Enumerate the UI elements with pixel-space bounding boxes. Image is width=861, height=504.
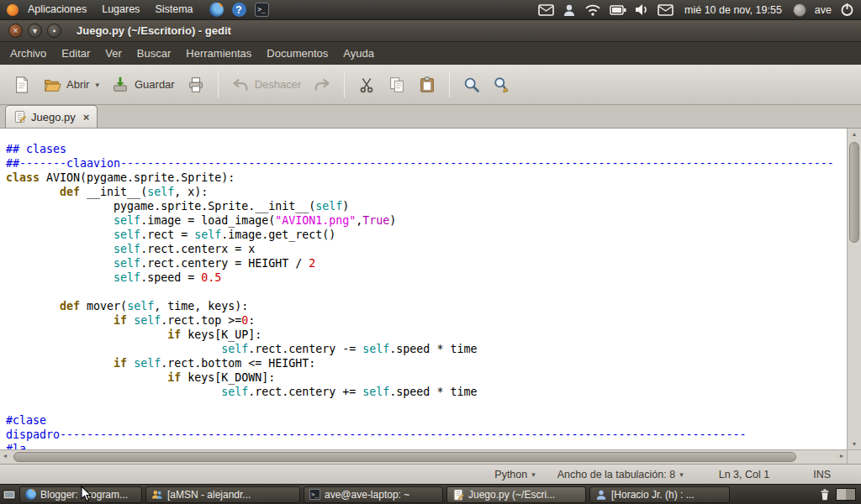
scroll-right-icon[interactable]: ▸: [840, 452, 843, 459]
horizontal-scrollbar-thumb[interactable]: [13, 452, 796, 462]
taskbar-item-amsn[interactable]: [aMSN - alejandr...: [145, 486, 300, 503]
username[interactable]: ave: [815, 4, 832, 16]
battery-icon[interactable]: [610, 5, 626, 15]
amsn-icon: [151, 489, 163, 501]
clock[interactable]: mié 10 de nov, 19:55: [682, 4, 784, 16]
toolbar: Abrir ▾ Guardar Deshacer: [0, 65, 861, 105]
cursor-position: Ln 3, Col 1: [719, 469, 769, 480]
trash-icon[interactable]: [819, 488, 831, 501]
volume-icon[interactable]: [635, 3, 649, 16]
taskbar-item-terminal[interactable]: >_ ave@ave-laptop: ~: [304, 486, 443, 503]
scroll-up-icon[interactable]: ▴: [848, 130, 861, 138]
workspace-switcher[interactable]: [836, 488, 856, 501]
indicator-area: mié 10 de nov, 19:55 ave: [538, 0, 861, 19]
workspace-1[interactable]: [837, 489, 846, 500]
code-line: [6, 399, 847, 413]
redo-button[interactable]: [307, 71, 337, 98]
user-status-icon[interactable]: [563, 3, 576, 17]
code-line: self.speed = 0.5: [6, 270, 847, 285]
taskbar-item-horacio[interactable]: [Horacio Jr. (h) : ...: [589, 486, 730, 503]
messages-icon[interactable]: [658, 4, 673, 16]
menu-buscar[interactable]: Buscar: [129, 42, 178, 65]
show-desktop-icon[interactable]: [3, 488, 16, 501]
window-minimize-button[interactable]: ▾: [28, 24, 42, 38]
code-line: self.rect.centery -= self.speed * time: [6, 342, 847, 356]
code-line: self.rect.centerx = x: [6, 242, 847, 256]
code-line: self.rect.centery = HEIGHT / 2: [6, 256, 847, 270]
menubar: Archivo Editar Ver Buscar Herramientas D…: [0, 42, 861, 65]
code-line: #la: [6, 442, 847, 449]
code-area[interactable]: ## clases##-------claavion--------------…: [0, 129, 847, 449]
titlebar[interactable]: × ▾ ▪ Juego.py (~/Escritorio) - gedit: [0, 20, 861, 42]
print-button[interactable]: [181, 71, 211, 98]
chevron-down-icon: ▾: [679, 470, 684, 479]
undo-button[interactable]: Deshacer: [225, 71, 308, 98]
menu-documentos[interactable]: Documentos: [259, 42, 335, 65]
taskbar-item-gedit[interactable]: Juego.py (~/Escri...: [446, 486, 586, 503]
firefox-launcher-icon[interactable]: [209, 3, 224, 17]
menu-herramientas[interactable]: Herramientas: [178, 42, 259, 65]
code-line: dispadro--------------------------------…: [6, 428, 847, 442]
menu-aplicaciones[interactable]: Aplicaciones: [20, 0, 94, 19]
scroll-down-icon[interactable]: ▾: [848, 440, 861, 448]
firefox-icon: [25, 489, 36, 500]
horizontal-scrollbar[interactable]: ◂ ▸: [0, 449, 847, 464]
editor: ## clases##-------claavion--------------…: [0, 129, 861, 464]
tab-width-selector[interactable]: Ancho de la tabulación: 8 ▾: [552, 467, 689, 482]
redo-icon: [313, 76, 331, 94]
menu-editar[interactable]: Editar: [54, 42, 98, 65]
vertical-scrollbar-thumb[interactable]: [849, 142, 859, 243]
code-line: ##-------claavion-----------------------…: [6, 156, 847, 171]
new-document-button[interactable]: [7, 71, 37, 98]
top-panel: Aplicaciones Lugares Sistema ? >_: [0, 0, 861, 20]
code-line: ## clases: [6, 142, 847, 156]
wifi-icon[interactable]: [584, 3, 601, 16]
scroll-left-icon[interactable]: ◂: [3, 452, 7, 459]
code-line: if keys[K_DOWN]:: [6, 370, 847, 385]
vertical-scrollbar[interactable]: ▴ ▾: [847, 129, 861, 449]
screen: Aplicaciones Lugares Sistema ? >_: [0, 0, 861, 504]
language-selector[interactable]: Python ▾: [489, 467, 540, 482]
save-button[interactable]: Guardar: [105, 71, 181, 98]
terminal-launcher-icon[interactable]: >_: [255, 3, 269, 17]
open-dropdown-arrow-icon[interactable]: ▾: [95, 81, 99, 89]
undo-button-label: Deshacer: [255, 78, 302, 91]
cut-button[interactable]: [351, 71, 382, 98]
language-label: Python: [494, 469, 527, 480]
tab-juego-py[interactable]: Juego.py ×: [5, 105, 98, 128]
menu-archivo[interactable]: Archivo: [3, 42, 54, 65]
tab-close-icon[interactable]: ×: [83, 112, 90, 123]
taskbar-item-label: [Horacio Jr. (h) : ...: [611, 489, 695, 501]
replace-button[interactable]: [487, 71, 517, 98]
taskbar-item-label: ave@ave-laptop: ~: [325, 489, 409, 501]
menu-lugares[interactable]: Lugares: [94, 0, 147, 19]
code-line: if self.rect.bottom <= HEIGHT:: [6, 356, 847, 370]
code-line: if keys[K_UP]:: [6, 328, 847, 342]
gedit-file-icon: [13, 110, 26, 123]
code-line: self.rect.centery += self.speed * time: [6, 385, 847, 399]
bottom-panel: Blogger: Program... [aMSN - alejandr... …: [0, 484, 861, 504]
tab-label: Juego.py: [31, 111, 76, 123]
paste-button[interactable]: [412, 71, 442, 98]
code-line: pygame.sprite.Sprite.__init__(self): [6, 199, 847, 213]
menu-sistema[interactable]: Sistema: [147, 0, 200, 19]
search-button[interactable]: [457, 71, 487, 98]
power-icon[interactable]: [840, 3, 854, 17]
open-button[interactable]: Abrir ▾: [37, 71, 105, 98]
tab-width-label: Ancho de la tabulación: 8: [557, 469, 675, 480]
ubuntu-logo-icon[interactable]: [7, 4, 18, 16]
bottom-panel-right: [819, 488, 858, 501]
code-line: def mover(self, time, keys):: [6, 299, 847, 313]
window-maximize-button[interactable]: ▪: [47, 24, 61, 38]
workspace-2[interactable]: [846, 489, 855, 500]
code-line: self.image = load_image("AVION1.png",Tru…: [6, 213, 847, 228]
mail-icon[interactable]: [538, 4, 554, 16]
open-folder-icon: [43, 76, 61, 94]
menu-ver[interactable]: Ver: [98, 42, 129, 65]
copy-button[interactable]: [382, 71, 412, 98]
menu-ayuda[interactable]: Ayuda: [335, 42, 382, 65]
me-menu-icon[interactable]: [793, 3, 806, 17]
help-launcher-icon[interactable]: ?: [232, 3, 246, 17]
print-icon: [187, 76, 205, 94]
window-close-button[interactable]: ×: [8, 24, 23, 38]
